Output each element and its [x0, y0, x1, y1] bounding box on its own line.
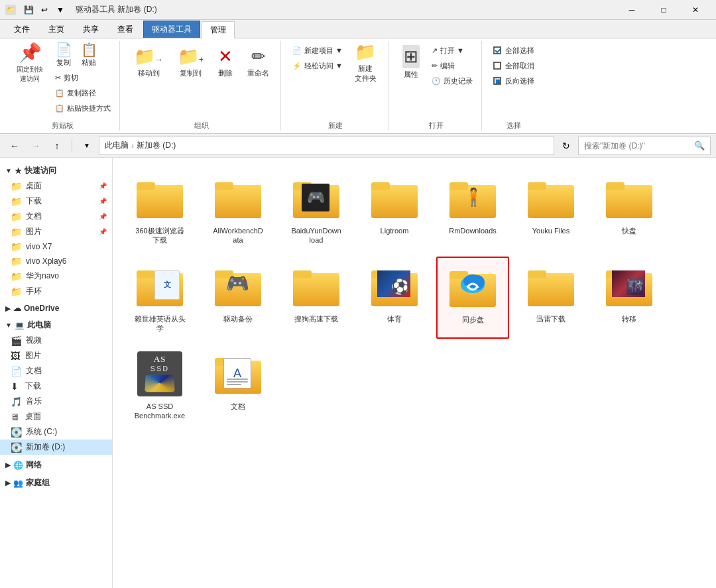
- onedrive-header[interactable]: ▶ ☁ OneDrive: [0, 302, 112, 315]
- file-item-youku[interactable]: Youku Files: [514, 168, 587, 251]
- rename-btn[interactable]: ✏ 重命名: [241, 41, 275, 84]
- folder-icon-documents: A: [214, 350, 262, 398]
- sidebar-item-vivox7[interactable]: 📁 vivo X7: [0, 239, 112, 254]
- sidebar-item-desktop[interactable]: 📁 桌面 📌: [0, 178, 112, 194]
- refresh-btn[interactable]: ↻: [557, 137, 575, 155]
- addr-drive[interactable]: 新加卷 (D:): [137, 140, 176, 151]
- sidebar-item-huawei[interactable]: 📁 华为navo: [0, 268, 112, 284]
- sidebar-item-videos[interactable]: 🎬 视频: [0, 333, 112, 348]
- file-name-driver: 驱动备份: [223, 314, 253, 323]
- addr-computer[interactable]: 此电脑: [105, 140, 129, 151]
- recent-btn[interactable]: ▼: [78, 137, 96, 155]
- file-name-sync: 同步盘: [462, 315, 484, 324]
- sidebar-item-bracelet[interactable]: 📁 手环: [0, 284, 112, 299]
- file-item-english[interactable]: 文 赖世雄英语从头学: [123, 257, 196, 339]
- address-bar[interactable]: 此电脑 › 新加卷 (D:): [99, 137, 554, 155]
- maximize-btn[interactable]: □: [648, 0, 679, 20]
- close-btn[interactable]: ✕: [680, 0, 711, 20]
- invert-selection-btn[interactable]: 反向选择: [490, 74, 538, 88]
- tab-home[interactable]: 主页: [40, 21, 73, 38]
- thispc-header[interactable]: ▼ 💻 此电脑: [0, 318, 112, 333]
- qa-undo-btn[interactable]: ↩: [37, 4, 52, 16]
- sidebar-item-docs[interactable]: 📁 文档 📌: [0, 209, 112, 224]
- sidebar-item-systemc[interactable]: 💽 系统 (C:): [0, 424, 112, 440]
- sidebar-item-vivoxplay6[interactable]: 📁 vivo Xplay6: [0, 254, 112, 268]
- open-btn[interactable]: ↗ 打开 ▼: [428, 44, 476, 58]
- sidebar-item-drived[interactable]: 💽 新加卷 (D:): [0, 440, 112, 455]
- paste-shortcut-btn[interactable]: 📋 粘贴快捷方式: [52, 101, 114, 115]
- qa-dropdown-btn[interactable]: ▼: [53, 4, 68, 16]
- network-header[interactable]: ▶ 🌐 网络: [0, 457, 112, 473]
- folder-icon-kuaipan: [605, 174, 653, 222]
- forward-btn[interactable]: →: [27, 137, 45, 155]
- sidebar-item-music[interactable]: 🎵 音乐: [0, 394, 112, 409]
- file-item-sports[interactable]: ⚽ 体育: [358, 257, 431, 339]
- tab-manage[interactable]: 管理: [202, 21, 235, 38]
- file-item-xunlei[interactable]: 迅雷下载: [514, 257, 587, 339]
- select-all-btn[interactable]: 全部选择: [490, 44, 538, 58]
- tab-file[interactable]: 文件: [5, 21, 38, 38]
- delete-btn[interactable]: ✕ 删除: [212, 41, 239, 84]
- easy-access-btn[interactable]: ⚡ 轻松访问 ▼: [289, 59, 346, 73]
- pin-to-quickaccess-btn[interactable]: 📌 固定到快速访问: [11, 41, 49, 84]
- sidebar-item-desktop2[interactable]: 🖥 桌面: [0, 409, 112, 424]
- qa-save-btn[interactable]: 💾: [21, 4, 36, 16]
- file-item-kuaipan[interactable]: 快盘: [593, 168, 666, 251]
- copy-btn[interactable]: 📄 复制: [52, 41, 76, 70]
- copy-icon: 📄: [56, 43, 72, 56]
- file-name-sports: 体育: [387, 314, 402, 323]
- sidebar-item-docs2[interactable]: 📄 文档: [0, 363, 112, 379]
- file-item-360[interactable]: 360极速浏览器下载: [123, 168, 196, 251]
- file-item-transfer[interactable]: 🌃 转移: [593, 257, 666, 339]
- back-btn[interactable]: ←: [5, 137, 24, 155]
- file-item-documents[interactable]: A 文档: [202, 344, 274, 427]
- sidebar-item-pictures[interactable]: 📁 图片 📌: [0, 224, 112, 239]
- copy-path-btn[interactable]: 📋 复制路径: [52, 86, 114, 100]
- sidebar-item-downloads2[interactable]: ⬇ 下载: [0, 379, 112, 394]
- file-item-sync[interactable]: 同步盘: [436, 257, 509, 339]
- properties-btn[interactable]: ⊞ 属性: [396, 41, 426, 84]
- file-item-ligtroom[interactable]: Ligtroom: [358, 168, 431, 251]
- open-label: 打开: [429, 118, 444, 131]
- deselect-all-btn[interactable]: 全部取消: [490, 59, 538, 73]
- sidebar-item-downloads[interactable]: 📁 下载 📌: [0, 194, 112, 209]
- paste-btn[interactable]: 📋 粘贴: [77, 41, 101, 70]
- new-folder-btn[interactable]: 📁 新建文件夹: [349, 41, 383, 84]
- file-item-sougou[interactable]: 搜狗高速下载: [280, 257, 353, 339]
- file-item-driver[interactable]: 🎮 驱动备份: [202, 257, 274, 339]
- pin-icon: 📌: [19, 42, 42, 64]
- file-item-rmdownloads[interactable]: 🧍 RmDownloads: [436, 168, 509, 251]
- homegroup-header[interactable]: ▶ 👥 家庭组: [0, 475, 112, 491]
- file-item-baidu[interactable]: 🎮 BaiduYunDownload: [280, 168, 353, 251]
- quickaccess-header[interactable]: ▼ ★ 快速访问: [0, 163, 112, 178]
- rename-label: 重命名: [247, 68, 269, 78]
- homegroup-section: ▶ 👥 家庭组: [0, 475, 112, 491]
- file-name-ligtroom: Ligtroom: [381, 226, 409, 235]
- up-btn[interactable]: ↑: [48, 137, 66, 155]
- file-name-ali: AliWorkbenchData: [213, 226, 263, 245]
- folder-icon: 📁: [11, 227, 22, 237]
- app-icon: 📁: [5, 5, 16, 15]
- new-item-btn[interactable]: 📄 新建项目 ▼: [289, 44, 346, 58]
- folder-icon: 📁: [11, 286, 22, 297]
- chevron-down2-icon: ▼: [5, 322, 12, 329]
- file-item-asssd[interactable]: AS SSD AS SSDBenchmark.exe: [123, 344, 196, 427]
- move-to-btn[interactable]: 📁→ 移动到: [128, 41, 169, 84]
- tab-view[interactable]: 查看: [109, 21, 142, 38]
- copy-to-btn[interactable]: 📁+ 复制到: [172, 41, 209, 84]
- search-input[interactable]: [584, 141, 691, 150]
- properties-label: 属性: [404, 70, 418, 80]
- search-icon[interactable]: 🔍: [694, 141, 705, 150]
- sidebar-item-pictures2[interactable]: 🖼 图片: [0, 348, 112, 363]
- file-item-ali[interactable]: AliWorkbenchData: [202, 168, 274, 251]
- file-name-kuaipan: 快盘: [622, 226, 636, 235]
- history-btn[interactable]: 🕐 历史记录: [428, 74, 476, 88]
- tab-drive-tools[interactable]: 驱动器工具: [143, 21, 200, 38]
- minimize-btn[interactable]: ─: [617, 0, 647, 20]
- tab-share[interactable]: 共享: [74, 21, 107, 38]
- cut-btn[interactable]: ✂ 剪切: [52, 71, 114, 85]
- edit-btn[interactable]: ✏ 编辑: [428, 59, 476, 73]
- copypath-icon: 📋: [55, 89, 64, 97]
- search-bar[interactable]: 🔍: [578, 137, 711, 155]
- addr-sep: ›: [131, 141, 134, 150]
